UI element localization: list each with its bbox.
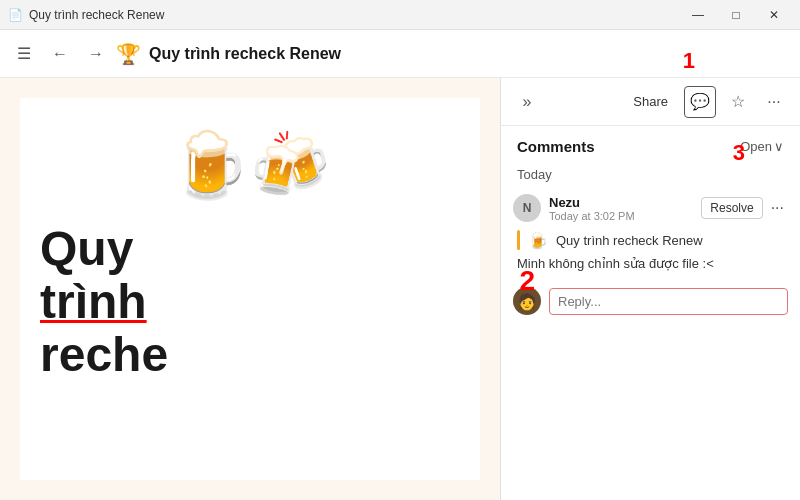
hamburger-menu-button[interactable]: ☰	[8, 38, 40, 70]
title-bar-controls: — □ ✕	[680, 4, 792, 26]
document-title: Quy trình reche	[40, 223, 460, 381]
comments-header-left: »	[513, 88, 541, 116]
reply-input[interactable]	[549, 288, 788, 315]
chat-icon: 💬	[690, 92, 710, 111]
reply-user-icon: 🧑	[517, 292, 537, 311]
close-button[interactable]: ✕	[756, 4, 792, 26]
title-bar-left: 📄 Quy trình recheck Renew	[8, 8, 164, 22]
document-inner: 🍺🍻 Quy trình reche	[20, 98, 480, 480]
more-options-button[interactable]: ···	[760, 88, 788, 116]
comments-icon-button[interactable]: 💬	[684, 86, 716, 118]
quote-emoji: 🍺	[528, 231, 548, 250]
commenter-avatar: N	[513, 194, 541, 222]
title-bar-icon: 📄	[8, 8, 23, 22]
title-bar: 📄 Quy trình recheck Renew — □ ✕	[0, 0, 800, 30]
doc-title-line3: reche	[40, 329, 460, 382]
page-title: Quy trình recheck Renew	[149, 45, 341, 63]
toolbar-right: Share 💬 ☆ ···	[625, 86, 788, 118]
doc-title-line1: Quy	[40, 223, 460, 276]
reply-avatar: 🧑	[513, 287, 541, 315]
comments-label: Comments	[517, 138, 595, 155]
more-comment-button[interactable]: ···	[767, 197, 788, 219]
comment-body: Minh không chỉnh sửa được file :<	[513, 254, 788, 273]
page-icon: 🏆	[116, 42, 141, 66]
open-label: Open	[740, 139, 772, 154]
minimize-button[interactable]: —	[680, 4, 716, 26]
star-button[interactable]: ☆	[724, 88, 752, 116]
main-content: 🍺🍻 Quy trình reche » Share 💬 ☆ ···	[0, 78, 800, 500]
comment-text: Minh không chỉnh sửa được file :<	[517, 256, 714, 271]
open-button[interactable]: Open ∨	[740, 139, 784, 154]
maximize-button[interactable]: □	[718, 4, 754, 26]
app-bar-left: ☰ ← → 🏆 Quy trình recheck Renew	[8, 38, 792, 70]
reply-area: 🧑	[513, 283, 788, 319]
comments-panel: » Share 💬 ☆ ··· Comments Open ∨ Today	[500, 78, 800, 500]
document-area: 🍺🍻 Quy trình reche	[0, 78, 500, 500]
app-bar: ☰ ← → 🏆 Quy trình recheck Renew	[0, 30, 800, 78]
doc-title-line2: trình	[40, 276, 460, 329]
open-chevron-icon: ∨	[774, 139, 784, 154]
comments-section-title: Comments Open ∨	[501, 126, 800, 161]
quote-bar	[517, 230, 520, 250]
title-bar-text: Quy trình recheck Renew	[29, 8, 164, 22]
commenter-name: Nezu	[549, 195, 693, 210]
comment-time: Today at 3:02 PM	[549, 210, 693, 222]
expand-button[interactable]: »	[513, 88, 541, 116]
forward-button[interactable]: →	[80, 38, 112, 70]
share-button[interactable]: Share	[625, 90, 676, 113]
quote-text: Quy trình recheck Renew	[556, 233, 703, 248]
today-label: Today	[501, 161, 800, 186]
comment-actions: Resolve ···	[701, 197, 788, 219]
beer-emoji: 🍺🍻	[170, 128, 330, 203]
comments-header-bar: » Share 💬 ☆ ···	[501, 78, 800, 126]
back-button[interactable]: ←	[44, 38, 76, 70]
resolve-button[interactable]: Resolve	[701, 197, 762, 219]
comment-meta: Nezu Today at 3:02 PM	[549, 195, 693, 222]
comment-header: N Nezu Today at 3:02 PM Resolve ···	[513, 194, 788, 222]
comment-thread: N Nezu Today at 3:02 PM Resolve ··· 🍺 Qu…	[501, 186, 800, 327]
comment-quote: 🍺 Quy trình recheck Renew	[513, 230, 788, 250]
